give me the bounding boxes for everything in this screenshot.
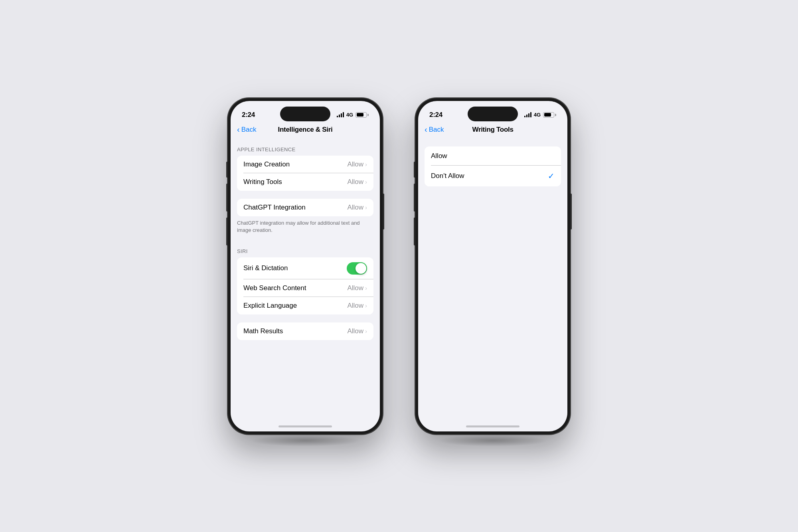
status-icons-2: 4G xyxy=(524,112,556,118)
chatgpt-note: ChatGPT integration may allow for additi… xyxy=(231,216,380,240)
image-creation-item[interactable]: Image Creation Allow › xyxy=(237,156,373,173)
allow-option[interactable]: Allow xyxy=(425,146,561,166)
home-indicator-1 xyxy=(279,425,332,427)
chatgpt-item[interactable]: ChatGPT Integration Allow › xyxy=(237,199,373,216)
math-results-value: Allow › xyxy=(347,327,367,335)
nav-title-1: Intelligence & Siri xyxy=(278,126,333,134)
writing-tools-item[interactable]: Writing Tools Allow › xyxy=(237,173,373,191)
siri-dictation-item[interactable]: Siri & Dictation xyxy=(237,257,373,279)
phone-1: 2:24 4G xyxy=(227,98,383,435)
battery-icon-2 xyxy=(543,112,556,118)
mute-button xyxy=(226,162,228,178)
image-creation-chevron: › xyxy=(365,161,367,168)
chatgpt-value: Allow › xyxy=(347,204,367,212)
writing-tools-value: Allow › xyxy=(347,178,367,186)
back-label-1: Back xyxy=(241,126,257,134)
apple-intelligence-group: Image Creation Allow › Writing Tools All… xyxy=(237,156,373,191)
explicit-language-value-text: Allow xyxy=(347,302,363,310)
explicit-language-value: Allow › xyxy=(347,302,367,310)
mute-button-2 xyxy=(414,162,415,178)
math-results-group: Math Results Allow › xyxy=(237,322,373,340)
home-indicator-2 xyxy=(466,425,519,427)
dont-allow-option-label: Don't Allow xyxy=(431,172,464,180)
volume-up-button-2 xyxy=(414,184,415,212)
allow-option-label: Allow xyxy=(431,152,447,160)
chatgpt-chevron: › xyxy=(365,204,367,211)
section-header-siri: SIRI xyxy=(231,240,380,257)
status-icons-1: 4G xyxy=(337,112,369,118)
image-creation-value-text: Allow xyxy=(347,160,363,168)
web-search-value: Allow › xyxy=(347,284,367,292)
power-button xyxy=(383,194,384,229)
phone-2-screen: 2:24 4G xyxy=(418,101,567,431)
writing-tools-value-text: Allow xyxy=(347,178,363,186)
back-button-2[interactable]: ‹ Back xyxy=(425,126,444,134)
dont-allow-option[interactable]: Don't Allow ✓ xyxy=(425,166,561,186)
volume-up-button xyxy=(226,184,228,212)
section-header-apple-intelligence: APPLE INTELLIGENCE xyxy=(231,138,380,156)
back-chevron-2: ‹ xyxy=(425,125,427,133)
screen-content-1: APPLE INTELLIGENCE Image Creation Allow … xyxy=(231,138,380,340)
web-search-value-text: Allow xyxy=(347,284,363,292)
volume-down-button xyxy=(226,218,228,245)
explicit-language-label: Explicit Language xyxy=(243,302,297,310)
siri-dictation-toggle[interactable] xyxy=(347,262,367,275)
writing-tools-chevron: › xyxy=(365,178,367,185)
phone-2: 2:24 4G xyxy=(415,98,571,435)
spacer-2 xyxy=(231,314,380,322)
signal-icon-1 xyxy=(337,112,344,117)
volume-down-button-2 xyxy=(414,218,415,245)
network-type-2: 4G xyxy=(534,112,541,118)
phone-1-screen: 2:24 4G xyxy=(231,101,380,431)
power-button-2 xyxy=(570,194,572,229)
nav-bar-2: ‹ Back Writing Tools xyxy=(418,123,567,138)
spacer-3 xyxy=(418,138,567,146)
scene: 2:24 4G xyxy=(227,98,571,435)
siri-dictation-label: Siri & Dictation xyxy=(243,264,288,272)
web-search-label: Web Search Content xyxy=(243,284,306,292)
writing-tools-options-group: Allow Don't Allow ✓ xyxy=(425,146,561,186)
chatgpt-label: ChatGPT Integration xyxy=(243,204,306,212)
checkmark-icon: ✓ xyxy=(548,171,555,181)
math-results-chevron: › xyxy=(365,328,367,334)
math-results-value-text: Allow xyxy=(347,327,363,335)
web-search-item[interactable]: Web Search Content Allow › xyxy=(237,279,373,297)
screen-content-2: Allow Don't Allow ✓ xyxy=(418,138,567,186)
toggle-knob xyxy=(356,263,366,274)
dynamic-island-2 xyxy=(468,107,518,121)
status-time-2: 2:24 xyxy=(429,111,442,119)
back-label-2: Back xyxy=(429,126,444,134)
spacer-1 xyxy=(231,191,380,199)
web-search-chevron: › xyxy=(365,285,367,291)
writing-tools-label: Writing Tools xyxy=(243,178,282,186)
network-type-1: 4G xyxy=(346,112,353,118)
signal-icon-2 xyxy=(524,112,531,117)
siri-group: Siri & Dictation Web Search Content Allo… xyxy=(237,257,373,314)
nav-bar-1: ‹ Back Intelligence & Siri xyxy=(231,123,380,138)
chatgpt-value-text: Allow xyxy=(347,204,363,212)
nav-title-2: Writing Tools xyxy=(472,126,513,134)
back-button-1[interactable]: ‹ Back xyxy=(237,126,256,134)
explicit-language-item[interactable]: Explicit Language Allow › xyxy=(237,297,373,314)
explicit-language-chevron: › xyxy=(365,302,367,309)
status-time-1: 2:24 xyxy=(242,111,255,119)
battery-icon-1 xyxy=(356,112,369,118)
math-results-label: Math Results xyxy=(243,327,283,335)
image-creation-label: Image Creation xyxy=(243,160,290,168)
back-chevron-1: ‹ xyxy=(237,125,240,133)
image-creation-value: Allow › xyxy=(347,160,367,168)
chatgpt-group: ChatGPT Integration Allow › xyxy=(237,199,373,216)
math-results-item[interactable]: Math Results Allow › xyxy=(237,322,373,340)
dynamic-island xyxy=(280,107,330,121)
